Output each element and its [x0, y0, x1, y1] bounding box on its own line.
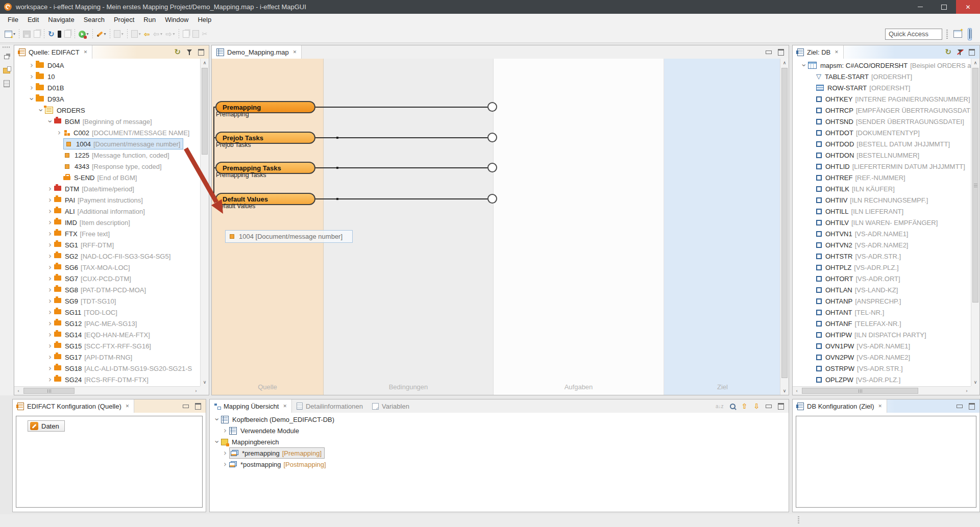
new-wizard-button[interactable]: ▾ [3, 28, 17, 40]
tree-item[interactable]: SG8[PAT-DTM-PCD-MOA] [14, 284, 200, 295]
scroll-up-icon[interactable]: ∧ [201, 59, 209, 67]
tree-item[interactable]: FTX[Free text] [14, 228, 200, 239]
tree-item[interactable]: OHTORT[VS-ADR.ORT] [793, 273, 971, 284]
tree-item[interactable]: IMD[Item description] [14, 217, 200, 228]
window-maximize-button[interactable] [932, 0, 956, 14]
tree-item[interactable]: D93A [14, 93, 200, 105]
chevron-down-icon[interactable] [46, 117, 54, 126]
scroll-thumb[interactable] [972, 68, 978, 303]
minimized-navigator-button[interactable] [3, 66, 11, 74]
tree-item[interactable]: ORDERS [14, 105, 200, 116]
menu-file[interactable]: File [3, 16, 23, 23]
scroll-thumb[interactable] [202, 68, 208, 155]
tree-item[interactable]: OHTIPW[ILN DISPATCH PARTY] [793, 329, 971, 340]
tree-item[interactable]: ▽TABLE-START[ORDERSHT] [793, 71, 971, 82]
menu-run[interactable]: Run [139, 16, 160, 23]
close-icon[interactable]: ✕ [283, 404, 287, 409]
tree-item[interactable]: SG14[EQD-HAN-MEA-FTX] [14, 329, 200, 340]
maximize-panel-icon[interactable] [198, 49, 204, 56]
mapping-perspective-button[interactable] [968, 28, 972, 40]
chevron-right-icon[interactable] [28, 61, 36, 70]
tree-item[interactable]: SG6[TAX-MOA-LOC] [14, 262, 200, 273]
link-with-editor-icon[interactable]: ↻ [945, 48, 951, 56]
tree-item-mapsm[interactable]: mapsm: C#ACO/ORDERSHT[Beispiel ORDERS au [793, 60, 971, 71]
maximize-panel-icon[interactable] [778, 403, 784, 410]
tree-item[interactable]: OHTILK[ILN KÄUFER] [793, 183, 971, 194]
scroll-right-icon[interactable]: › [963, 387, 971, 395]
chevron-right-icon[interactable] [46, 240, 54, 249]
menu-edit[interactable]: Edit [23, 16, 43, 23]
tree-item[interactable]: DTM[Date/time/period] [14, 183, 200, 194]
horizontal-scrollbar[interactable]: ‹ › [793, 386, 971, 395]
open-perspective-button[interactable] [952, 28, 964, 40]
tree-item[interactable]: OHTVN1[VS-ADR.NAME1] [793, 228, 971, 239]
scroll-right-icon[interactable]: › [192, 387, 200, 395]
close-icon[interactable]: ✕ [835, 49, 839, 55]
tab-quelle-edifact[interactable]: Quelle: EDIFACT ✕ [14, 45, 92, 59]
connector-port[interactable] [487, 102, 497, 112]
tree-item[interactable]: ALI[Additional information] [14, 206, 200, 217]
tree-item[interactable]: ROW-START[ORDERSHT] [793, 82, 971, 93]
menu-window[interactable]: Window [160, 16, 193, 23]
tree-item[interactable]: OVN1PW[VS-ADR.NAME1] [793, 340, 971, 352]
chevron-right-icon[interactable] [46, 296, 54, 306]
chevron-right-icon[interactable] [46, 195, 54, 205]
tree-item[interactable]: OHTILV[ILN WAREN- EMPFÄNGER] [793, 217, 971, 228]
tree-item[interactable]: OHTANT[TEL-NR.] [793, 307, 971, 318]
tree-item[interactable]: OHTILL[ILN LIEFERANT] [793, 206, 971, 217]
last-edit-location-button[interactable]: ⇦ [142, 28, 152, 40]
close-icon[interactable]: ✕ [84, 49, 88, 55]
chevron-right-icon[interactable] [46, 229, 54, 238]
minimized-outline-button[interactable] [3, 80, 11, 88]
dropped-element-1004[interactable]: 1004 [Document/message number] [225, 230, 353, 243]
chevron-right-icon[interactable] [46, 285, 54, 294]
chevron-right-icon[interactable] [46, 207, 54, 216]
chevron-right-icon[interactable] [46, 364, 54, 373]
minimize-panel-icon[interactable] [766, 405, 772, 408]
connector-port[interactable] [487, 194, 497, 204]
connector-port[interactable] [487, 163, 497, 172]
chevron-right-icon[interactable] [221, 448, 229, 458]
chevron-right-icon[interactable] [46, 252, 54, 261]
tree-item-1004[interactable]: 1004[Document/message number] [14, 138, 200, 149]
tree-item[interactable]: SG2[NAD-LOC-FII-SG3-SG4-SG5] [14, 250, 200, 262]
minimize-panel-icon[interactable] [957, 405, 963, 408]
chevron-right-icon[interactable] [46, 184, 54, 193]
drag-handle[interactable] [3, 46, 11, 48]
tree-item[interactable]: OHTDOD[BESTELL DATUM JHJJMMTT] [793, 138, 971, 149]
maximize-panel-icon[interactable] [969, 403, 975, 410]
tree-item[interactable]: OHTLID[LIEFERTERMIN DATUM JHJJMMTT] [793, 161, 971, 172]
expand-all-icon[interactable]: ⇧ [742, 402, 748, 410]
tree-item[interactable]: OHTDON[BESTELLNUMMER] [793, 149, 971, 161]
maximize-editor-icon[interactable] [778, 49, 784, 56]
window-close-button[interactable]: ✕ [956, 0, 980, 14]
chevron-right-icon[interactable] [46, 274, 54, 283]
tree-item[interactable]: OHTANP[ANSPRECHP.] [793, 295, 971, 307]
chevron-right-icon[interactable] [28, 83, 36, 92]
run-button[interactable]: ▾ [77, 28, 90, 40]
tree-item[interactable]: OPLZPW[VS-ADR.PLZ.] [793, 374, 971, 385]
tree-item[interactable]: OHTVN2[VS-ADR.NAME2] [793, 239, 971, 250]
status-drag-handle[interactable] [798, 516, 799, 524]
filter-disabled-icon[interactable] [958, 49, 963, 56]
tree-item[interactable]: SG17[API-DTM-RNG] [14, 352, 200, 363]
tree-item[interactable]: OHTRCP[EMPFÄNGER ÜBERTRAGUNGSDATE [793, 105, 971, 116]
menu-navigate[interactable]: Navigate [43, 16, 79, 23]
menu-search[interactable]: Search [79, 16, 109, 23]
tree-item[interactable]: PAI[Payment instructions] [14, 194, 200, 206]
tree-item[interactable]: D01B [14, 82, 200, 93]
minimize-editor-icon[interactable] [766, 51, 772, 54]
tree-item-postmapping[interactable]: *postmapping[Postmapping] [210, 459, 337, 470]
editor-vertical-scrollbar[interactable]: ∧ ∨ [780, 59, 789, 395]
scroll-down-icon[interactable]: ∨ [780, 387, 789, 395]
chevron-right-icon[interactable] [55, 128, 63, 137]
scroll-left-icon[interactable]: ‹ [14, 387, 22, 395]
tree-item[interactable]: Mappingbereich [210, 436, 337, 447]
chevron-right-icon[interactable] [46, 218, 54, 227]
maximize-panel-icon[interactable] [195, 403, 201, 410]
sort-az-icon[interactable]: a↓z [716, 404, 724, 409]
close-icon[interactable]: ✕ [878, 404, 883, 409]
chevron-down-icon[interactable] [213, 437, 221, 446]
scroll-thumb[interactable] [802, 388, 918, 394]
tree-item[interactable]: OHTIIV[ILN RECHNUNGSEMPF.] [793, 194, 971, 206]
